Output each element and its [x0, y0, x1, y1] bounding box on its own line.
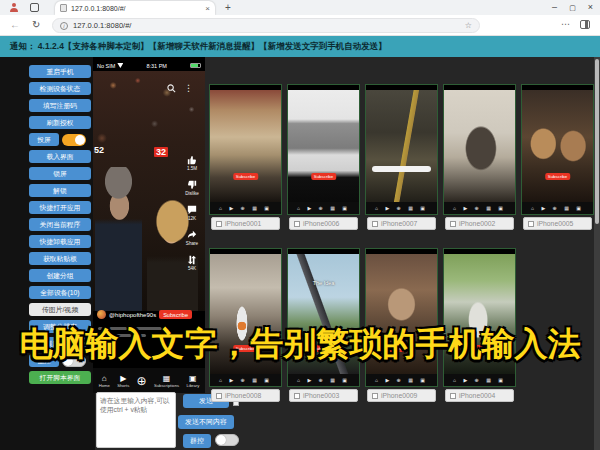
device-screen-4[interactable]: [443, 84, 516, 215]
mini-phone-bottom-nav: [288, 374, 359, 386]
device-label-5[interactable]: iPhone0005: [523, 217, 592, 230]
sidebar-button-screen-cast[interactable]: 投屏: [29, 133, 59, 146]
main-phone-statusbar: No SIM 8:31 PM: [93, 61, 205, 70]
sidebar-button-enter-registration-code[interactable]: 填写注册码: [29, 99, 91, 112]
device-label-7[interactable]: iPhone0003: [289, 389, 358, 402]
more-menu-icon[interactable]: ⋯: [561, 19, 570, 29]
tab-actions-icon[interactable]: [30, 3, 39, 12]
device-checkbox[interactable]: [216, 221, 222, 227]
device-screen-3[interactable]: [365, 84, 438, 215]
device-checkbox[interactable]: [216, 393, 222, 399]
mini-phone-bottom-nav: [366, 202, 437, 214]
nav-subscriptions[interactable]: ▦Subscriptions: [154, 374, 179, 388]
group-control-button[interactable]: 群控: [183, 434, 211, 448]
mini-phone-bottom-nav: [210, 374, 281, 386]
shorts-icon: ▶: [120, 374, 126, 383]
browser-profile-icon[interactable]: [9, 3, 18, 12]
sidebar-button-refresh-authorization[interactable]: 刷新授权: [29, 116, 91, 129]
nav-home[interactable]: ⌂Home: [99, 374, 110, 388]
nav-shorts[interactable]: ▶Shorts: [117, 374, 129, 388]
search-icon[interactable]: [167, 84, 176, 93]
device-checkbox[interactable]: [372, 221, 378, 227]
sidebar-button-send-media[interactable]: 传图片/视频: [29, 303, 91, 316]
device-screen-2[interactable]: Subscribe: [287, 84, 360, 215]
control-sidebar: 重启手机 检测设备状态 填写注册码 刷新授权 投屏 载入界面 锁屏 解锁 快捷打…: [0, 57, 95, 450]
window-minimize-button[interactable]: –: [549, 2, 560, 13]
sidebar-button-quick-uninstall-app[interactable]: 快捷卸载应用: [29, 235, 91, 248]
sidebar-button-unlock[interactable]: 解锁: [29, 184, 91, 197]
device-checkbox[interactable]: [294, 221, 300, 227]
device-label-6[interactable]: iPhone0008: [211, 389, 280, 402]
sidebar-button-create-group[interactable]: 创建分组: [29, 269, 91, 282]
device-cell: iPhone0002: [442, 84, 517, 230]
device-screen-1[interactable]: Subscribe: [209, 84, 282, 215]
nav-library[interactable]: ▣Library: [186, 374, 199, 388]
device-label-3[interactable]: iPhone0007: [367, 217, 436, 230]
mini-subscribe-chip: Subscribe: [233, 173, 259, 180]
device-checkbox[interactable]: [372, 393, 378, 399]
mini-phone-bottom-nav: [444, 374, 515, 386]
channel-handle[interactable]: @hiphopofthe90s: [109, 312, 156, 318]
sidebar-button-check-device-status[interactable]: 检测设备状态: [29, 82, 91, 95]
action-rail: 1.5M Dislike 12K Share 54K: [182, 155, 202, 271]
mini-subscribe-chip: Subscribe: [545, 173, 571, 180]
device-cell: Subscribe iPhone0006: [286, 84, 361, 230]
browser-sidebar-icon[interactable]: [580, 20, 590, 29]
sidebar-button-lock-screen[interactable]: 锁屏: [29, 167, 91, 180]
sidebar-button-quick-open-app[interactable]: 快捷打开应用: [29, 201, 91, 214]
kebab-menu-icon[interactable]: ⋮: [184, 83, 193, 93]
tab-close-icon[interactable]: ×: [205, 4, 210, 13]
refresh-icon[interactable]: ↻: [32, 19, 40, 30]
battle-score-right: 32: [154, 147, 168, 157]
browser-tab[interactable]: 127.0.0.1:8080/#/ ×: [55, 1, 215, 15]
page-scrollbar[interactable]: [594, 57, 600, 450]
device-label-4[interactable]: iPhone0002: [445, 217, 514, 230]
like-button[interactable]: 1.5M: [187, 155, 197, 171]
mini-phone-bottom-nav: [210, 202, 281, 214]
device-checkbox[interactable]: [450, 393, 456, 399]
mini-phone-bottom-nav: [288, 202, 359, 214]
window-close-button[interactable]: ×: [585, 2, 596, 13]
sidebar-button-all-devices[interactable]: 全部设备(10): [29, 286, 91, 299]
sidebar-button-restart-phone[interactable]: 重启手机: [29, 65, 91, 78]
device-checkbox[interactable]: [450, 221, 456, 227]
new-tab-button[interactable]: +: [222, 2, 234, 14]
dislike-button[interactable]: Dislike: [185, 180, 199, 196]
message-input[interactable]: [96, 392, 176, 448]
nav-create[interactable]: ⊕: [137, 375, 147, 387]
device-screen-5[interactable]: Subscribe: [521, 84, 594, 215]
sidebar-button-open-script-ui[interactable]: 打开脚本界面: [29, 371, 91, 384]
device-label-8[interactable]: iPhone0009: [367, 389, 436, 402]
remix-button[interactable]: 54K: [187, 255, 197, 271]
send-different-content-button[interactable]: 发送不同内容: [178, 415, 234, 429]
status-time: 8:31 PM: [123, 63, 190, 69]
subscriptions-icon: ▦: [163, 374, 171, 383]
device-label-9[interactable]: iPhone0004: [445, 389, 514, 402]
comments-button[interactable]: 12K: [187, 205, 197, 221]
browser-addressbar: ← ↻ i 127.0.0.1:8080/#/ ☆ ⋯: [0, 15, 600, 36]
app-window: 127.0.0.1:8080/#/ × + – ▢ × ← ↻ i 127.0.…: [0, 0, 600, 450]
site-info-icon[interactable]: i: [60, 22, 68, 30]
share-arrow-icon: [187, 230, 197, 240]
subscribe-button[interactable]: Subscribe: [159, 310, 192, 319]
channel-avatar[interactable]: [97, 310, 106, 319]
device-cell: Subscribe iPhone0001: [208, 84, 283, 230]
device-label-2[interactable]: iPhone0006: [289, 217, 358, 230]
group-control-toggle[interactable]: [215, 434, 239, 446]
scrollbar-thumb[interactable]: [595, 59, 599, 224]
device-label-1[interactable]: iPhone0001: [211, 217, 280, 230]
main-phone-bottom-nav: ⌂Home ▶Shorts ⊕ ▦Subscriptions ▣Library: [93, 368, 205, 393]
sidebar-button-load-interface[interactable]: 载入界面: [29, 150, 91, 163]
window-maximize-button[interactable]: ▢: [567, 2, 578, 13]
device-checkbox[interactable]: [294, 393, 300, 399]
back-icon[interactable]: ←: [10, 19, 20, 30]
screen-cast-toggle[interactable]: [62, 134, 86, 146]
url-field[interactable]: i 127.0.0.1:8080/#/ ☆: [52, 18, 480, 33]
comment-icon: [187, 205, 197, 215]
sidebar-button-get-clipboard[interactable]: 获取粘贴板: [29, 252, 91, 265]
sidebar-button-close-current-program[interactable]: 关闭当前程序: [29, 218, 91, 231]
device-checkbox[interactable]: [528, 221, 534, 227]
mini-phone-bottom-nav: [366, 374, 437, 386]
share-button[interactable]: Share: [186, 230, 198, 246]
favorites-star-icon[interactable]: ☆: [465, 21, 472, 30]
